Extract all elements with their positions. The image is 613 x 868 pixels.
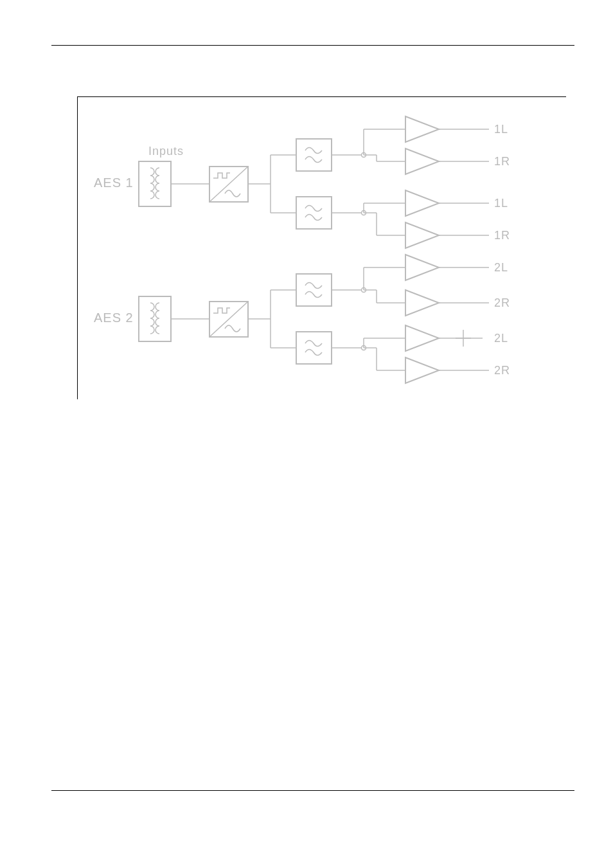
output-1l-b: 1L: [494, 197, 508, 210]
amp-icon-1l-b: [405, 190, 439, 216]
amp-icon-2l-b: [405, 325, 439, 351]
amp-icon-2r-b: [405, 357, 439, 383]
dac-icon-2: [209, 302, 248, 337]
filter-icon-1a: [296, 139, 332, 171]
output-2r-b: 2R: [494, 364, 510, 377]
page: AES 1 Inputs 1L: [0, 0, 613, 868]
amp-icon-1r-b: [405, 222, 439, 248]
block-diagram: AES 1 Inputs 1L: [77, 96, 566, 399]
output-2r-a: 2R: [494, 296, 510, 309]
bottom-rule: [51, 790, 574, 791]
input-label-aes1: AES 1: [94, 176, 134, 190]
input-label-aes2: AES 2: [94, 311, 134, 325]
filter-icon-2b: [296, 332, 332, 364]
filter-icon-1b: [296, 197, 332, 229]
output-2l-b: 2L: [494, 332, 508, 345]
transformer-icon-1: [139, 161, 171, 206]
amp-icon-1l-a: [405, 116, 439, 142]
amp-icon-1r-a: [405, 149, 439, 174]
channel-aes2: AES 2 2L: [94, 255, 510, 383]
channel-aes1: AES 1 Inputs 1L: [94, 116, 510, 248]
output-1r-b: 1R: [494, 229, 510, 242]
filter-icon-2a: [296, 274, 332, 306]
transformer-icon-2: [139, 296, 171, 341]
inputs-heading: Inputs: [148, 145, 184, 158]
top-rule: [51, 45, 574, 46]
output-1r-a: 1R: [494, 155, 510, 168]
dac-icon-1: [209, 167, 248, 202]
output-2l-a: 2L: [494, 261, 508, 274]
output-1l-a: 1L: [494, 123, 508, 136]
amp-icon-2r-a: [405, 290, 439, 316]
amp-icon-2l-a: [405, 255, 439, 280]
